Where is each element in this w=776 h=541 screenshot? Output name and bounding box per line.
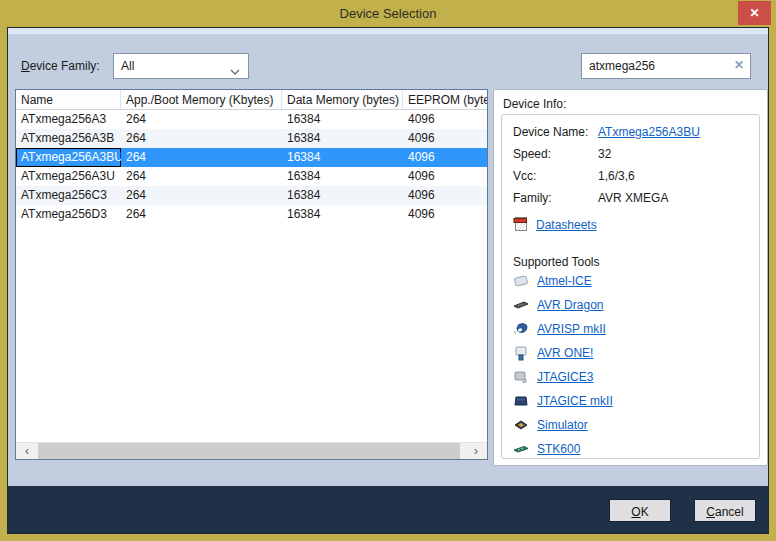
footer-bar: OK Cancel <box>8 486 768 533</box>
dialog-title: Device Selection <box>0 6 776 21</box>
datasheets-link[interactable]: Datasheets <box>536 218 597 232</box>
tool-row: JTAGICE3 <box>513 365 759 389</box>
jtagice3-icon <box>513 369 530 385</box>
close-button[interactable]: ✕ <box>738 1 771 25</box>
scroll-right-icon[interactable]: › <box>465 443 487 459</box>
device-family-dropdown[interactable]: All <box>113 53 249 79</box>
device-search: ✕ <box>581 53 751 79</box>
device-selection-dialog: Device Selection ✕ Device Family: All ✕ … <box>0 0 776 541</box>
scrollbar-thumb[interactable] <box>38 443 460 459</box>
tool-link[interactable]: STK600 <box>537 442 580 456</box>
jtagice-mkii-icon <box>513 393 530 409</box>
column-header-eeprom[interactable]: EEPROM (bytes) <box>403 90 487 109</box>
tool-row: Atmel-ICE <box>513 269 759 293</box>
supported-tools-title: Supported Tools <box>513 255 759 269</box>
tool-row: AVR ONE! <box>513 341 759 365</box>
device-name-label: Device Name: <box>513 125 598 143</box>
avr-dragon-icon <box>513 297 530 313</box>
speed-value: 32 <box>598 147 611 165</box>
tool-row: AVRISP mkII <box>513 317 759 341</box>
tool-link[interactable]: AVRISP mkII <box>537 322 606 336</box>
datasheets-row: Datasheets <box>513 216 759 234</box>
device-info-title: Device Info: <box>503 97 566 111</box>
device-table-rows: ATxmega256A3 264 16384 4096 ATxmega256A3… <box>16 110 487 224</box>
family-field: Family: AVR XMEGA <box>513 191 759 209</box>
tool-row: STK600 <box>513 437 759 459</box>
family-value: AVR XMEGA <box>598 191 668 209</box>
tool-row: JTAGICE mkII <box>513 389 759 413</box>
dialog-body: Device Family: All ✕ Name App./Boot Memo… <box>7 27 769 534</box>
clear-search-icon[interactable]: ✕ <box>734 58 744 72</box>
search-input[interactable] <box>581 53 751 79</box>
column-header-data-memory[interactable]: Data Memory (bytes) <box>282 90 403 109</box>
content-top-highlight <box>8 28 768 34</box>
speed-label: Speed: <box>513 147 598 165</box>
speed-field: Speed: 32 <box>513 147 759 165</box>
simulator-icon <box>513 417 530 433</box>
tool-link[interactable]: Atmel-ICE <box>537 274 592 288</box>
tool-link[interactable]: AVR ONE! <box>537 346 593 360</box>
vcc-label: Vcc: <box>513 169 598 187</box>
tool-row: Simulator <box>513 413 759 437</box>
table-row-selected[interactable]: ATxmega256A3BU 264 16384 4096 <box>16 148 487 167</box>
tool-link[interactable]: JTAGICE3 <box>537 370 593 384</box>
titlebar: Device Selection ✕ <box>0 0 776 27</box>
avrisp-mkii-icon <box>513 321 530 337</box>
close-icon: ✕ <box>749 6 759 20</box>
atmel-ice-icon <box>513 273 530 289</box>
device-info-box: Device Name: ATxmega256A3BU Speed: 32 Vc… <box>501 114 760 459</box>
vcc-value: 1,6/3,6 <box>598 169 635 187</box>
device-name-field: Device Name: ATxmega256A3BU <box>513 125 759 143</box>
tool-link[interactable]: AVR Dragon <box>537 298 603 312</box>
chevron-down-icon <box>230 64 240 78</box>
tool-link[interactable]: JTAGICE mkII <box>537 394 613 408</box>
table-row[interactable]: ATxmega256A3 264 16384 4096 <box>16 110 487 129</box>
table-row[interactable]: ATxmega256A3U 264 16384 4096 <box>16 167 487 186</box>
cancel-button[interactable]: Cancel <box>694 499 756 522</box>
device-name-link[interactable]: ATxmega256A3BU <box>598 125 700 143</box>
stk600-icon <box>513 441 530 457</box>
family-label: Family: <box>513 191 598 209</box>
scroll-left-icon[interactable]: ‹ <box>16 443 38 459</box>
ok-button[interactable]: OK <box>609 499 671 522</box>
tool-link[interactable]: Simulator <box>537 418 588 432</box>
avr-one-icon <box>513 345 530 361</box>
device-family-selected-value: All <box>121 59 134 73</box>
pdf-icon <box>513 216 529 235</box>
column-header-name[interactable]: Name <box>16 90 121 109</box>
vcc-field: Vcc: 1,6/3,6 <box>513 169 759 187</box>
table-row[interactable]: ATxmega256A3B 264 16384 4096 <box>16 129 487 148</box>
device-family-label: Device Family: <box>21 59 100 73</box>
device-info-panel: Device Info: Device Name: ATxmega256A3BU… <box>493 89 768 466</box>
column-header-app-boot-memory[interactable]: App./Boot Memory (Kbytes) <box>121 90 282 109</box>
tool-row: AVR Dragon <box>513 293 759 317</box>
table-row[interactable]: ATxmega256D3 264 16384 4096 <box>16 205 487 224</box>
horizontal-scrollbar: ‹ › <box>16 442 487 459</box>
device-table: Name App./Boot Memory (Kbytes) Data Memo… <box>15 89 488 460</box>
device-table-header: Name App./Boot Memory (Kbytes) Data Memo… <box>16 90 487 110</box>
table-row[interactable]: ATxmega256C3 264 16384 4096 <box>16 186 487 205</box>
